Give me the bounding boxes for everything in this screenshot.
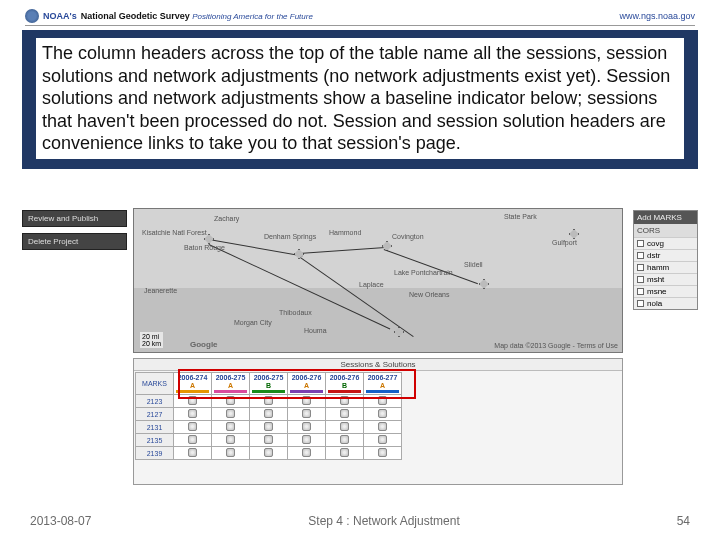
noaas-label: NOAA's — [43, 11, 77, 21]
footer-date: 2013-08-07 — [30, 514, 91, 528]
session-header[interactable]: 2006-276B — [326, 373, 364, 395]
processing-icon — [264, 409, 273, 418]
map-scale: 20 mi 20 km — [140, 332, 163, 348]
processing-icon — [226, 435, 235, 444]
checkbox-icon[interactable] — [637, 264, 644, 271]
processing-icon — [378, 396, 387, 405]
session-header[interactable]: 2006-275B — [250, 373, 288, 395]
session-cell[interactable] — [288, 395, 326, 408]
processing-icon — [378, 409, 387, 418]
review-publish-button[interactable]: Review and Publish — [22, 210, 127, 227]
processing-icon — [264, 448, 273, 457]
processing-icon — [302, 435, 311, 444]
session-cell[interactable] — [250, 421, 288, 434]
session-cell[interactable] — [174, 395, 212, 408]
session-cell[interactable] — [250, 408, 288, 421]
mark-id[interactable]: 2127 — [136, 408, 174, 421]
session-cell[interactable] — [288, 421, 326, 434]
processing-icon — [188, 435, 197, 444]
delete-project-button[interactable]: Delete Project — [22, 233, 127, 250]
cors-item[interactable]: covg — [634, 237, 697, 249]
cors-item[interactable]: msne — [634, 285, 697, 297]
session-header[interactable]: 2006-275A — [212, 373, 250, 395]
session-cell[interactable] — [326, 395, 364, 408]
processing-icon — [340, 409, 349, 418]
session-cell[interactable] — [174, 447, 212, 460]
footer-step: Step 4 : Network Adjustment — [308, 514, 459, 528]
processing-icon — [226, 448, 235, 457]
processing-icon — [378, 435, 387, 444]
session-cell[interactable] — [364, 408, 402, 421]
session-cell[interactable] — [364, 434, 402, 447]
processing-icon — [340, 435, 349, 444]
session-cell[interactable] — [174, 408, 212, 421]
processing-icon — [264, 396, 273, 405]
processing-icon — [340, 422, 349, 431]
processing-icon — [302, 409, 311, 418]
session-cell[interactable] — [364, 447, 402, 460]
session-cell[interactable] — [326, 421, 364, 434]
cors-item[interactable]: dstr — [634, 249, 697, 261]
processing-icon — [264, 422, 273, 431]
callout-box: The column headers across the top of the… — [22, 30, 698, 169]
session-cell[interactable] — [250, 447, 288, 460]
processing-icon — [302, 396, 311, 405]
session-header[interactable]: 2006-276A — [288, 373, 326, 395]
session-cell[interactable] — [288, 447, 326, 460]
cors-item[interactable]: msht — [634, 273, 697, 285]
session-header[interactable]: 2006-274A — [174, 373, 212, 395]
session-cell[interactable] — [250, 395, 288, 408]
mark-id[interactable]: 2139 — [136, 447, 174, 460]
processing-icon — [226, 396, 235, 405]
session-cell[interactable] — [174, 421, 212, 434]
processing-icon — [302, 448, 311, 457]
session-cell[interactable] — [174, 434, 212, 447]
map-area[interactable]: Zachary Baton Rouge Denham Springs Hammo… — [133, 208, 623, 353]
session-cell[interactable] — [212, 434, 250, 447]
checkbox-icon[interactable] — [637, 288, 644, 295]
callout-text: The column headers across the top of the… — [36, 38, 684, 159]
session-cell[interactable] — [212, 421, 250, 434]
session-cell[interactable] — [326, 447, 364, 460]
session-cell[interactable] — [326, 408, 364, 421]
cors-item[interactable]: hamm — [634, 261, 697, 273]
marks-header: MARKS — [136, 373, 174, 395]
left-sidebar: Review and Publish Delete Project — [22, 210, 127, 253]
google-logo: Google — [190, 340, 218, 349]
session-cell[interactable] — [212, 447, 250, 460]
session-cell[interactable] — [364, 395, 402, 408]
mark-id[interactable]: 2123 — [136, 395, 174, 408]
checkbox-icon[interactable] — [637, 300, 644, 307]
right-sidebar: Add MARKS CORS covgdstrhammmshtmsnenola — [633, 210, 698, 310]
session-cell[interactable] — [288, 434, 326, 447]
add-marks-header[interactable]: Add MARKS — [634, 211, 697, 224]
processing-icon — [378, 422, 387, 431]
slide-footer: 2013-08-07 Step 4 : Network Adjustment 5… — [0, 514, 720, 528]
processing-icon — [378, 448, 387, 457]
mark-id[interactable]: 2131 — [136, 421, 174, 434]
ngs-title: National Geodetic Survey Positioning Ame… — [81, 11, 313, 21]
checkbox-icon[interactable] — [637, 240, 644, 247]
checkbox-icon[interactable] — [637, 252, 644, 259]
processing-icon — [226, 409, 235, 418]
checkbox-icon[interactable] — [637, 276, 644, 283]
session-cell[interactable] — [212, 408, 250, 421]
processing-icon — [188, 396, 197, 405]
session-cell[interactable] — [250, 434, 288, 447]
session-cell[interactable] — [364, 421, 402, 434]
processing-icon — [188, 409, 197, 418]
mark-id[interactable]: 2135 — [136, 434, 174, 447]
cors-item[interactable]: nola — [634, 297, 697, 309]
noaa-header: NOAA's National Geodetic Survey Position… — [25, 6, 695, 26]
sessions-table: Sessions & Solutions MARKS2006-274A2006-… — [133, 358, 623, 485]
processing-icon — [340, 396, 349, 405]
header-url[interactable]: www.ngs.noaa.gov — [619, 11, 695, 21]
cors-label: CORS — [634, 224, 697, 237]
noaa-logo-icon — [25, 9, 39, 23]
session-cell[interactable] — [288, 408, 326, 421]
session-cell[interactable] — [212, 395, 250, 408]
processing-icon — [188, 422, 197, 431]
session-header[interactable]: 2006-277A — [364, 373, 402, 395]
session-cell[interactable] — [326, 434, 364, 447]
processing-icon — [188, 448, 197, 457]
